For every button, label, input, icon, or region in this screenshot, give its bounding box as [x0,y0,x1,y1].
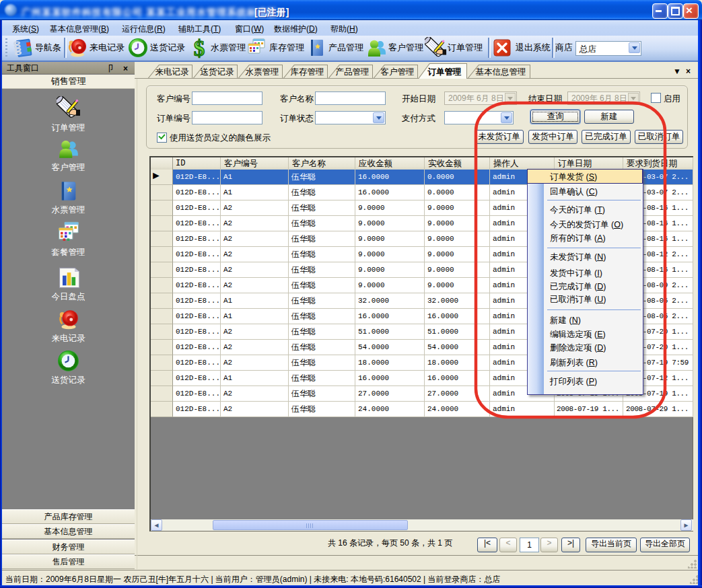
svg-text:$: $ [194,36,205,59]
